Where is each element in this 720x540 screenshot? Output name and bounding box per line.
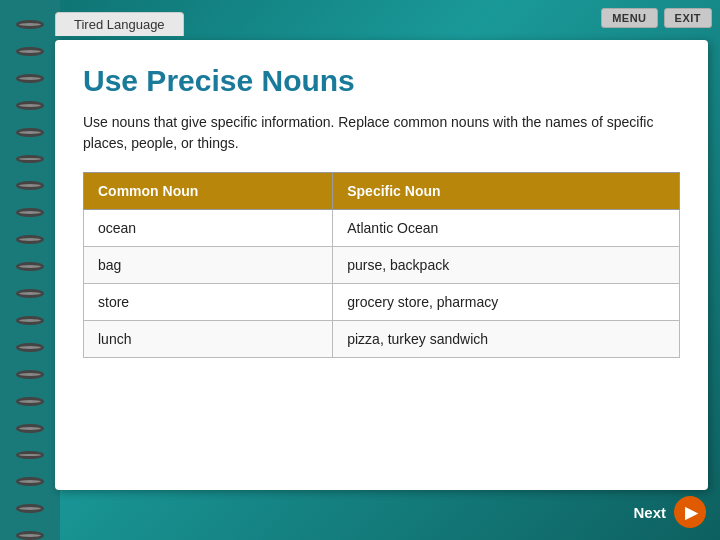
- common-noun-cell: store: [84, 284, 333, 321]
- table-row: store grocery store, pharmacy: [84, 284, 680, 321]
- next-label: Next: [633, 504, 666, 521]
- card-tab: Tired Language: [55, 12, 184, 36]
- table-row: bag purse, backpack: [84, 247, 680, 284]
- noun-table: Common Noun Specific Noun ocean Atlantic…: [83, 172, 680, 358]
- common-noun-cell: lunch: [84, 321, 333, 358]
- specific-noun-cell: pizza, turkey sandwich: [333, 321, 680, 358]
- spiral-ring: [16, 20, 44, 29]
- menu-button[interactable]: MENU: [601, 8, 657, 28]
- notebook-spine: [0, 0, 60, 540]
- top-bar: MENU EXIT: [601, 8, 712, 28]
- spiral-ring: [16, 155, 44, 164]
- table-row: lunch pizza, turkey sandwich: [84, 321, 680, 358]
- spiral-ring: [16, 477, 44, 486]
- spiral-ring: [16, 101, 44, 110]
- spiral-ring: [16, 289, 44, 298]
- specific-noun-cell: Atlantic Ocean: [333, 210, 680, 247]
- spiral-ring: [16, 262, 44, 271]
- common-noun-cell: ocean: [84, 210, 333, 247]
- spiral-ring: [16, 181, 44, 190]
- page-title: Use Precise Nouns: [83, 64, 680, 98]
- card-description: Use nouns that give specific information…: [83, 112, 680, 154]
- spiral-ring: [16, 397, 44, 406]
- column-header-specific: Specific Noun: [333, 173, 680, 210]
- spiral-ring: [16, 316, 44, 325]
- spiral-ring: [16, 451, 44, 460]
- spiral-ring: [16, 343, 44, 352]
- next-arrow-icon: ▶: [685, 503, 697, 522]
- main-card: Tired Language Use Precise Nouns Use nou…: [55, 40, 708, 490]
- spiral-ring: [16, 504, 44, 513]
- column-header-common: Common Noun: [84, 173, 333, 210]
- table-row: ocean Atlantic Ocean: [84, 210, 680, 247]
- spiral-ring: [16, 235, 44, 244]
- spiral-ring: [16, 74, 44, 83]
- spiral-ring: [16, 531, 44, 540]
- spiral-ring: [16, 424, 44, 433]
- specific-noun-cell: purse, backpack: [333, 247, 680, 284]
- spiral-ring: [16, 47, 44, 56]
- exit-button[interactable]: EXIT: [664, 8, 712, 28]
- spiral-ring: [16, 208, 44, 217]
- next-button[interactable]: ▶: [674, 496, 706, 528]
- spiral-ring: [16, 370, 44, 379]
- common-noun-cell: bag: [84, 247, 333, 284]
- next-button-container[interactable]: Next ▶: [633, 496, 706, 528]
- spiral-ring: [16, 128, 44, 137]
- specific-noun-cell: grocery store, pharmacy: [333, 284, 680, 321]
